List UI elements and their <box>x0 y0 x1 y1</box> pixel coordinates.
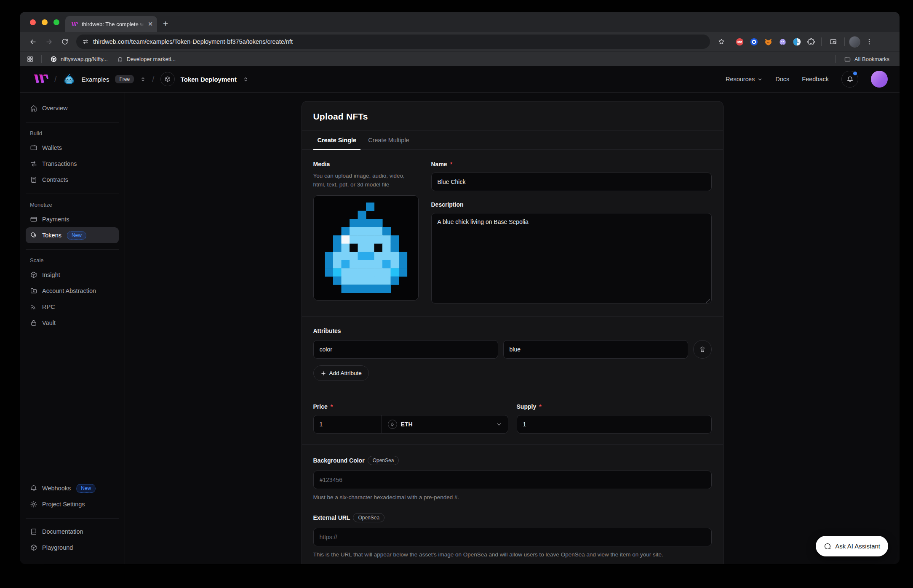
add-attribute-button[interactable]: Add Attribute <box>313 365 369 381</box>
currency-select[interactable]: ETH <box>382 415 508 433</box>
sidebar-item-label: Insight <box>42 271 60 278</box>
metamask-fox-icon[interactable] <box>762 36 774 48</box>
name-label: Name* <box>431 161 712 168</box>
sidebar-item-insight[interactable]: Insight <box>26 267 119 283</box>
new-badge: New <box>76 484 96 493</box>
apps-grid-icon[interactable] <box>27 56 34 63</box>
nav-docs[interactable]: Docs <box>775 76 789 82</box>
home-icon <box>30 104 37 112</box>
wallet-icon <box>30 144 37 152</box>
browser-menu-icon[interactable] <box>862 35 876 49</box>
extensions-row <box>734 36 817 48</box>
site-settings-icon[interactable] <box>82 38 89 45</box>
background-color-input[interactable] <box>313 471 712 489</box>
external-url-label: External URL OpenSea <box>313 513 712 522</box>
browser-tab[interactable]: thirdweb: The complete web3 ✕ <box>65 16 157 32</box>
sidebar-item-overview[interactable]: Overview <box>26 100 119 116</box>
chat-bubble-icon <box>824 543 831 550</box>
price-input[interactable] <box>314 415 382 433</box>
bookmark-star-icon[interactable] <box>714 35 729 49</box>
delete-attribute-button[interactable] <box>693 340 712 359</box>
minimize-window-button[interactable] <box>42 19 48 25</box>
sidebar-item-transactions[interactable]: Transactions <box>26 156 119 172</box>
sidebar-item-label: Documentation <box>42 528 83 535</box>
media-preview[interactable] <box>313 195 419 301</box>
all-bookmarks-button[interactable]: All Bookmarks <box>841 54 893 64</box>
transactions-icon <box>30 160 37 168</box>
puzzle-icon[interactable] <box>805 36 817 48</box>
clock-icon[interactable] <box>791 36 803 48</box>
page-viewport: / Examples Free / Token Deployment Resou… <box>20 66 900 564</box>
project-switcher-icon[interactable] <box>243 76 249 82</box>
name-input[interactable] <box>431 173 712 191</box>
price-control: ETH <box>313 415 508 434</box>
bell-icon <box>846 76 854 83</box>
attribute-name-input[interactable] <box>313 340 498 359</box>
toolbar-divider <box>844 37 845 46</box>
sidebar-section: BuildWalletsTransactionsContracts <box>26 122 119 192</box>
close-window-button[interactable] <box>30 19 36 25</box>
notifications-button[interactable] <box>841 71 858 88</box>
bookmarks-bar: niftyswap.gg/Nifty... Developer marketi.… <box>20 51 900 66</box>
url-text[interactable]: thirdweb.com/team/examples/Token-Deploym… <box>93 38 293 45</box>
breadcrumb-project[interactable]: Token Deployment <box>181 76 237 83</box>
description-input[interactable]: A blue chick living on Base Sepolia <box>431 213 712 303</box>
tab-create-multiple[interactable]: Create Multiple <box>364 130 414 150</box>
sidebar-item-tokens[interactable]: TokensNew <box>26 227 119 243</box>
sidebar-item-playground[interactable]: Playground <box>26 540 119 556</box>
user-avatar[interactable] <box>871 71 888 88</box>
sidebar-item-project-settings[interactable]: Project Settings <box>26 496 119 512</box>
ask-ai-assistant-button[interactable]: Ask AI Assistant <box>816 536 888 556</box>
ring-blue-icon[interactable] <box>748 36 760 48</box>
window-controls[interactable] <box>30 19 59 25</box>
tab-create-single[interactable]: Create Single <box>313 130 361 150</box>
new-tab-button[interactable]: + <box>163 19 168 29</box>
wave-red-icon[interactable] <box>734 36 745 48</box>
team-avatar[interactable] <box>63 73 76 86</box>
attribute-value-input[interactable] <box>503 340 688 359</box>
sidebar-item-label: Playground <box>42 544 73 551</box>
background-color-label: Background Color OpenSea <box>313 456 712 465</box>
breadcrumb-separator: / <box>152 74 155 84</box>
toolbar-divider <box>821 37 822 46</box>
media-label: Media <box>313 161 419 168</box>
sidebar-item-payments[interactable]: Payments <box>26 211 119 227</box>
address-bar[interactable]: thirdweb.com/team/examples/Token-Deploym… <box>76 35 710 49</box>
sidebar-item-wallets[interactable]: Wallets <box>26 140 119 156</box>
breadcrumb-team[interactable]: Examples <box>82 76 109 83</box>
reload-icon[interactable] <box>58 35 72 49</box>
back-icon[interactable] <box>26 35 40 49</box>
main-content: Upload NFTs Create Single Create Multipl… <box>125 93 900 564</box>
sidebar-item-contracts[interactable]: Contracts <box>26 172 119 188</box>
sidebar-item-label: Overview <box>42 105 67 112</box>
device-toolbar-icon[interactable] <box>826 35 840 49</box>
sidebar-item-rpc[interactable]: RPC <box>26 299 119 315</box>
sidebar-item-documentation[interactable]: Documentation <box>26 524 119 540</box>
new-badge: New <box>67 231 86 240</box>
supply-input[interactable] <box>517 415 712 434</box>
bookmarks-divider <box>41 55 42 63</box>
close-tab-icon[interactable]: ✕ <box>148 21 153 27</box>
book-icon <box>30 528 37 535</box>
attributes-label: Attributes <box>313 327 712 334</box>
tab-title: thirdweb: The complete web3 <box>82 21 144 27</box>
bookmark-item[interactable]: Developer marketi... <box>114 55 179 64</box>
thirdweb-logo-icon[interactable] <box>32 74 48 85</box>
nav-feedback[interactable]: Feedback <box>802 76 829 82</box>
nav-resources[interactable]: Resources <box>726 76 763 82</box>
cube-icon <box>30 271 37 279</box>
signal-icon <box>30 303 37 311</box>
browser-window: thirdweb: The complete web3 ✕ + thirdweb… <box>20 12 900 564</box>
resize-handle[interactable] <box>706 298 710 303</box>
sidebar-item-webhooks[interactable]: WebhooksNew <box>26 480 119 496</box>
external-url-input[interactable] <box>313 528 712 546</box>
team-switcher-icon[interactable] <box>140 76 146 82</box>
bookmarks-divider <box>835 55 836 63</box>
maximize-window-button[interactable] <box>53 19 59 25</box>
sidebar-item-vault[interactable]: Vault <box>26 315 119 331</box>
browser-profile-avatar[interactable] <box>849 36 860 48</box>
sidebar-item-account-abstraction[interactable]: Account Abstraction <box>26 283 119 299</box>
bookmark-item[interactable]: niftyswap.gg/Nifty... <box>47 54 111 64</box>
background-color-helper: Must be a six-character hexadecimal with… <box>313 493 712 502</box>
phantom-ghost-icon[interactable] <box>777 36 788 48</box>
